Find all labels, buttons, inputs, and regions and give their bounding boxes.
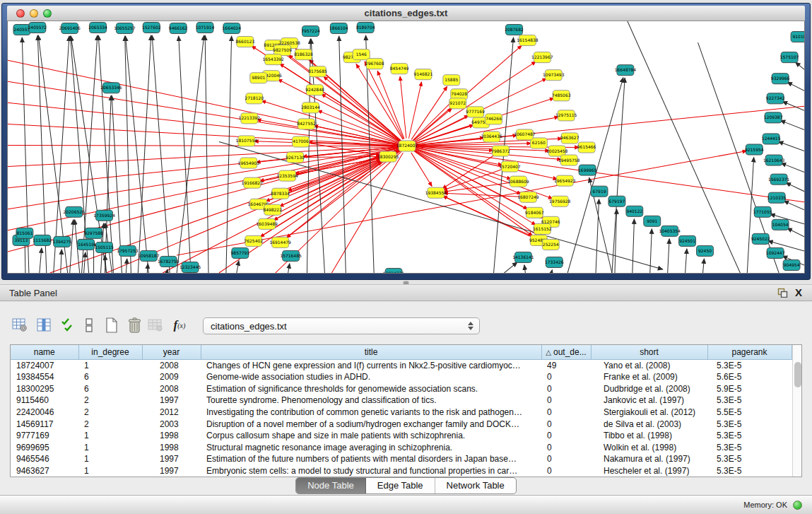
table-cell[interactable]: 5.6E-5 [707,371,792,383]
citation-edge-black[interactable] [686,249,687,273]
citation-edge-red[interactable] [400,76,406,138]
graph-node-r3[interactable]: 9227342 [766,93,785,104]
graph-node-y8[interactable]: 16543392 [262,54,284,65]
graph-node-z2[interactable]: 12213967 [531,52,553,63]
table-cell[interactable]: 9115460 [11,395,78,407]
citation-edge-red[interactable] [322,94,401,142]
graph-node-z18[interactable]: 921072 [449,98,466,109]
table-row[interactable]: 1872400712008Changes of HCN gene express… [11,359,792,371]
tab-node-table[interactable]: Node Table [296,478,366,493]
citation-edge-black[interactable] [780,120,804,129]
network-canvas-svg[interactable]: 2405572405572206914062065334106552571527… [8,21,804,273]
table-cell[interactable]: 1998 [142,430,201,442]
citation-edge-red[interactable] [443,196,543,241]
graph-node-q1[interactable]: 67919 [591,186,608,197]
graph-node-c4[interactable]: 1394275 [52,236,71,247]
graph-node-n12[interactable]: 8189704 [356,23,375,33]
table-cell[interactable]: 5.9E-5 [707,383,792,395]
citation-edge-black[interactable] [138,35,151,273]
table-cell[interactable]: Estimation of the future numbers of pati… [201,453,541,465]
citation-edge-black[interactable] [179,36,191,273]
graph-node-z23[interactable]: 19756928 [549,196,571,206]
table-cell[interactable]: Dudbridge et al. (2008) [591,383,707,395]
graph-node-r13[interactable]: 1092447 [766,247,785,258]
graph-node-z9[interactable]: 19495758 [558,155,580,165]
graph-node-y30[interactable]: 16039489 [257,218,278,229]
graph-node-z19[interactable]: 7986372 [491,146,510,156]
table-row[interactable]: 946554611997Estimation of the future num… [11,453,792,465]
graph-node-z4[interactable]: 7485063 [552,90,571,101]
table-cell[interactable]: 0 [541,383,591,395]
table-cell[interactable]: 6 [78,383,142,395]
scrollbar-thumb[interactable] [794,362,801,387]
citation-edge-red[interactable] [408,82,421,139]
graph-node-c17[interactable]: 14136141 [512,252,534,262]
row-height-icon[interactable] [79,315,99,336]
column-header-in-degree[interactable]: in_degree [78,345,142,359]
table-cell[interactable]: 1 [78,430,142,442]
table-row[interactable]: 969969511998Structural magnetic resonanc… [11,441,792,453]
citation-edge-red[interactable] [8,103,399,145]
graph-node-y32[interactable]: 16914479 [269,237,291,247]
graph-node-y21[interactable]: 18107554 [236,136,258,146]
citation-edge-black[interactable] [782,102,804,111]
table-cell[interactable]: 5.3E-5 [707,465,792,477]
graph-node-y14[interactable]: 9146821 [414,69,433,80]
graph-node-c19[interactable]: 1699965 [578,165,597,175]
graph-node-n9[interactable]: 1664024 [223,23,242,34]
graph-node-z13[interactable]: 20364436 [481,132,502,142]
graph-node-y15[interactable]: 15885 [443,75,460,86]
graph-node-z15[interactable]: 746266 [486,114,502,124]
citation-edge-red[interactable] [280,160,381,206]
citation-edge-black[interactable] [505,262,517,273]
table-cell[interactable]: 0 [541,453,591,465]
citation-edge-black[interactable] [703,259,705,273]
table-cell[interactable]: 22420046 [11,407,78,419]
table-cell[interactable]: 5.5E-5 [707,407,792,419]
graph-node-r12[interactable]: 9245022 [751,233,770,244]
table-cell[interactable]: 1 [78,453,142,465]
table-cell[interactable]: Hescheler et al. (1997) [591,465,707,477]
table-cell[interactable]: 1 [78,359,142,371]
graph-node-q2[interactable]: 679197 [608,196,625,206]
graph-node-n13[interactable]: 20653346 [100,83,122,93]
citation-edge-black[interactable] [778,141,804,151]
graph-node-z1[interactable]: 16154838 [517,35,539,46]
column-header-name[interactable]: name [11,345,78,359]
citation-edge-black[interactable] [125,36,131,273]
graph-node-c11[interactable]: 10958187 [138,250,160,261]
table-cell[interactable]: 18300295 [11,383,78,395]
table-cell[interactable]: Franke et al. (2009) [591,371,707,383]
table-cell[interactable]: 5.3E-5 [707,441,792,453]
graph-node-n2[interactable]: 2405572 [28,23,47,33]
citation-edge-red[interactable] [413,100,454,141]
graph-node-z12[interactable]: 10607487 [514,129,536,140]
citation-edge-black[interactable] [237,261,239,273]
graph-node-c8[interactable]: 17359924 [93,210,115,221]
graph-node-y13[interactable]: 98901 [250,73,267,83]
graph-node-n10[interactable]: 7957224 [301,26,320,37]
table-cell[interactable]: 1998 [142,441,201,453]
table-cell[interactable]: 0 [541,418,591,430]
table-cell[interactable]: 2009 [142,371,201,383]
graph-node-y26[interactable]: 19166827 [242,177,264,188]
citation-edge-red[interactable] [8,124,399,145]
table-cell[interactable]: Estimation of significance thresholds fo… [201,383,541,395]
citation-edge-black[interactable] [126,259,126,273]
table-row[interactable]: 2242004622012Investigating the contribut… [11,407,792,419]
table-cell[interactable]: 2 [78,407,142,419]
citation-edge-red[interactable] [8,145,399,146]
table-cell[interactable]: 1 [78,465,142,477]
graph-node-y1[interactable]: 8660123 [236,37,255,47]
graph-node-n5[interactable]: 10655257 [114,23,136,34]
table-cell[interactable]: Nakamura et al. (1997) [591,453,707,465]
table-cell[interactable]: 9463627 [11,465,78,477]
close-panel-icon[interactable]: X [795,288,802,298]
graph-node-z16[interactable]: 9777169 [466,107,485,117]
graph-node-y10[interactable]: 8175685 [308,66,327,77]
table-cell[interactable]: Tibbo et al. (1998) [591,430,707,442]
table-cell[interactable]: 2 [78,395,142,407]
citation-edge-red[interactable] [303,157,381,158]
graph-node-c6[interactable]: 164519 [78,239,95,250]
graph-node-r15[interactable]: 91018 [791,32,804,42]
